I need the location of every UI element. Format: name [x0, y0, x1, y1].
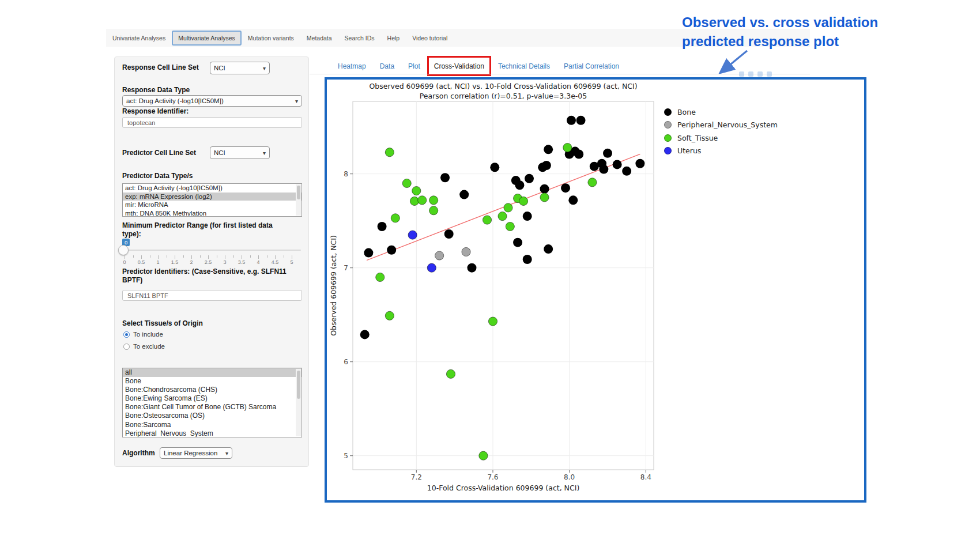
- tissue-option-peripheral-nervous-system[interactable]: Peripheral_Nervous_System: [123, 429, 301, 437]
- nav-tab-mutation-variants[interactable]: Mutation variants: [242, 35, 300, 41]
- predictor-data-types-listbox: act: Drug Activity (-log10[IC50M])exp: m…: [122, 183, 302, 217]
- algorithm-value: Linear Regression: [164, 450, 217, 456]
- slider-tick-label: 4: [257, 259, 259, 265]
- zoom-icon[interactable]: [748, 71, 753, 77]
- response-cell-line-set-select[interactable]: NCI: [210, 62, 270, 74]
- chart-title: Observed 609699 (act, NCI) vs. 10-Fold C…: [369, 82, 637, 90]
- response-cell-line-set-label: Response Cell Line Set: [122, 63, 199, 72]
- legend-marker-icon: [664, 147, 672, 154]
- legend-label: Uterus: [677, 146, 701, 155]
- nav-tab-univariate-analyses[interactable]: Univariate Analyses: [106, 35, 172, 41]
- legend-label: Peripheral_Nervous_System: [677, 120, 778, 129]
- slider-tick-label: 0.5: [138, 259, 145, 265]
- predictor-type-option-mth-dna-850k-methylation[interactable]: mth: DNA 850K Methylation: [123, 209, 301, 217]
- legend-item-peripheral-nervous-system[interactable]: Peripheral_Nervous_System: [664, 119, 778, 132]
- response-identifier-label: Response Identifier:: [122, 107, 189, 116]
- annotation-text: Observed vs. cross validation predicted …: [682, 13, 878, 51]
- slider-tick: [250, 255, 251, 258]
- slider-tick-label: 4.5: [272, 259, 279, 265]
- radio-to-include-label: To include: [133, 331, 163, 338]
- slider-tick: [141, 255, 142, 259]
- predictor-cell-line-set-select[interactable]: NCI: [210, 146, 270, 159]
- response-data-type-select[interactable]: act: Drug Activity (-log10[IC50M]): [122, 95, 302, 107]
- scrollbar[interactable]: [296, 369, 301, 436]
- tissue-option-bone-sarcoma[interactable]: Bone:Sarcoma: [123, 421, 301, 429]
- legend-item-bone[interactable]: Bone: [664, 105, 778, 119]
- tissue-origin-label: Select Tissue/s of Origin: [122, 319, 203, 328]
- autoscale-icon[interactable]: [767, 71, 772, 77]
- slider-tick-label: 0: [123, 259, 126, 265]
- tissue-option-bone-osteosarcoma-os[interactable]: Bone:Osteosarcoma (OS): [123, 412, 301, 420]
- legend-item-soft-tissue[interactable]: Soft_Tissue: [664, 131, 778, 145]
- pan-icon[interactable]: [757, 71, 763, 77]
- slider-tick: [292, 255, 292, 259]
- svg-text:7.2: 7.2: [411, 473, 422, 481]
- slider-tick: [217, 255, 217, 258]
- svg-text:8.4: 8.4: [640, 473, 651, 481]
- slider-tick-label: 2.5: [205, 259, 212, 265]
- radio-to-exclude[interactable]: To exclude: [123, 343, 165, 350]
- tissue-option-bone-chondrosarcoma-chs[interactable]: Bone:Chondrosarcoma (CHS): [123, 386, 301, 394]
- legend-marker-icon: [664, 121, 672, 129]
- response-data-type-value: act: Drug Activity (-log10[IC50M]): [126, 97, 224, 104]
- slider-handle[interactable]: [118, 245, 129, 255]
- predictor-cell-line-set-label: Predictor Cell Line Set: [122, 149, 196, 157]
- slider-tick-label: 2: [190, 259, 193, 265]
- svg-text:7.6: 7.6: [487, 473, 498, 481]
- chevron-down-icon: [263, 149, 266, 156]
- nav-tab-video-tutorial[interactable]: Video tutorial: [406, 35, 454, 41]
- tab-cross-validation[interactable]: Cross-Validation: [434, 62, 484, 70]
- nav-tab-multivariate-analyses[interactable]: Multivariate Analyses: [172, 31, 242, 46]
- predictor-type-option-exp-mrna-expression-log2[interactable]: exp: mRNA Expression (log2): [123, 193, 301, 201]
- svg-text:10-Fold Cross-Validation 60969: 10-Fold Cross-Validation 609699 (act, NC…: [427, 484, 580, 492]
- chevron-down-icon: [295, 97, 298, 104]
- svg-text:7: 7: [344, 264, 348, 272]
- slider-tick: [191, 255, 192, 259]
- tissue-option-bone-ewing-sarcoma-es[interactable]: Bone:Ewing Sarcoma (ES): [123, 394, 301, 403]
- algorithm-select[interactable]: Linear Regression: [160, 447, 232, 459]
- radio-to-include[interactable]: To include: [123, 331, 163, 338]
- scrollbar[interactable]: [296, 184, 301, 216]
- nav-tab-help[interactable]: Help: [381, 35, 406, 41]
- slider-tick: [275, 255, 276, 259]
- tab-data[interactable]: Data: [380, 62, 394, 70]
- tab-plot[interactable]: Plot: [408, 62, 420, 70]
- legend-label: Soft_Tissue: [677, 134, 718, 142]
- slider-scale: 00.511.522.533.544.55: [125, 255, 292, 266]
- slider-tick: [208, 255, 209, 259]
- legend-marker-icon: [664, 134, 672, 142]
- svg-text:5: 5: [344, 452, 348, 460]
- slider-tick: [258, 255, 259, 259]
- min-predictor-range-label: Minimum Predictor Range (for first liste…: [122, 221, 291, 239]
- slider-tick: [225, 255, 225, 259]
- predictor-cell-line-set-value: NCI: [214, 149, 225, 156]
- slider-tick: [167, 255, 167, 258]
- tab-technical-details[interactable]: Technical Details: [498, 62, 550, 70]
- predictor-identifiers-label: Predictor Identifiers: (Case-Sensitive, …: [122, 267, 295, 285]
- legend-marker-icon: [664, 108, 672, 116]
- tissue-option-bone-giant-cell-tumor-of-bone-gctb-sarcoma[interactable]: Bone:Giant Cell Tumor of Bone (GCTB) Sar…: [123, 403, 301, 412]
- nav-tab-metadata[interactable]: Metadata: [300, 35, 338, 41]
- response-identifier-input[interactable]: [122, 117, 302, 128]
- slider-tick: [200, 255, 201, 258]
- settings-sidebar: Response Cell Line Set NCI Response Data…: [114, 56, 309, 467]
- tissue-option-bone[interactable]: Bone: [123, 377, 301, 386]
- predictor-type-option-mir-microrna[interactable]: mir: MicroRNA: [123, 201, 301, 209]
- svg-text:6: 6: [344, 358, 348, 366]
- plotly-modebar-icons[interactable]: [739, 71, 772, 77]
- tab-partial-correlation[interactable]: Partial Correlation: [564, 62, 619, 70]
- cross-validation-plot-panel: Observed 609699 (act, NCI) vs. 10-Fold C…: [325, 77, 866, 503]
- tissue-option-all[interactable]: all: [123, 368, 301, 377]
- chevron-down-icon: [225, 450, 228, 456]
- predictor-identifiers-input[interactable]: [122, 290, 302, 301]
- slider-track[interactable]: [122, 250, 301, 251]
- slider-tick-label: 1: [156, 259, 159, 265]
- tab-heatmap[interactable]: Heatmap: [338, 62, 366, 70]
- response-data-type-label: Response Data Type: [122, 86, 190, 95]
- predictor-type-option-act-drug-activity-log10-ic50m[interactable]: act: Drug Activity (-log10[IC50M]): [123, 184, 301, 193]
- camera-icon[interactable]: [739, 71, 744, 77]
- nav-tab-search-ids[interactable]: Search IDs: [338, 35, 381, 41]
- slider-tick: [175, 255, 175, 259]
- legend-item-uterus[interactable]: Uterus: [664, 145, 778, 158]
- predictor-data-types-label: Predictor Data Type/s: [122, 172, 193, 180]
